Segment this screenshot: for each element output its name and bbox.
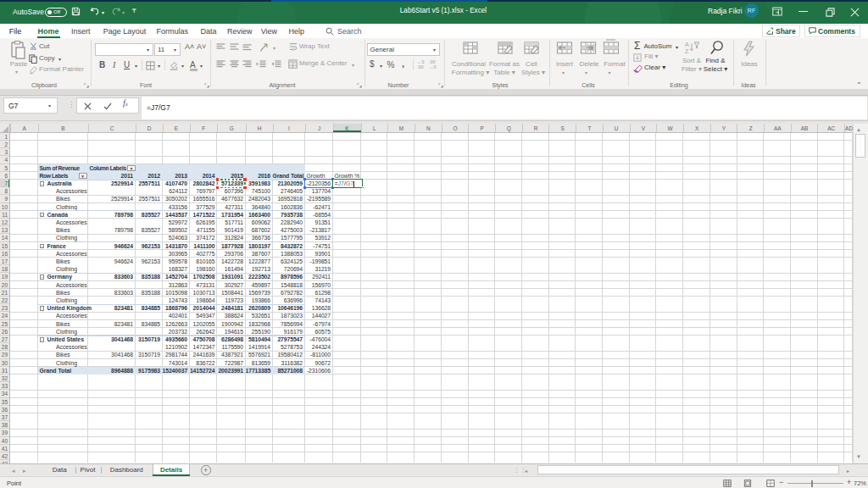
- svg-text:Z: Z: [685, 48, 689, 54]
- svg-text:A: A: [685, 42, 689, 47]
